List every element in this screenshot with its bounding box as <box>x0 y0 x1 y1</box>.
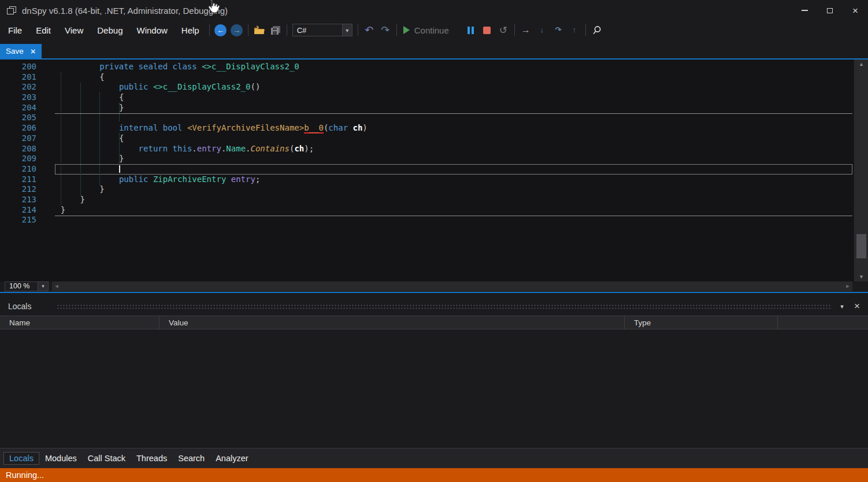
tool-tab-call-stack[interactable]: Call Stack <box>83 453 131 464</box>
code-editor[interactable]: 200private sealed class <>c__DisplayClas… <box>0 60 868 281</box>
code-line[interactable]: 201{ <box>0 72 854 83</box>
menu-window[interactable]: Window <box>129 23 174 38</box>
undo-button[interactable]: ↶ <box>361 23 377 38</box>
step-into-icon: ↓ <box>540 27 544 33</box>
menu-help[interactable]: Help <box>175 23 206 38</box>
code-line[interactable]: 203{ <box>0 92 854 103</box>
restore-button[interactable] <box>817 0 843 21</box>
locals-column-headers: NameValueType <box>0 316 868 329</box>
restart-button[interactable]: ↺ <box>495 23 511 38</box>
code-line[interactable]: 215 <box>0 215 854 225</box>
menu-toolbar: File Edit View Debug Window Help ← → <box>0 21 868 39</box>
step-over-button[interactable]: ↷ <box>550 23 566 38</box>
toolbar-separator <box>248 24 248 36</box>
toolbar-separator <box>209 24 210 36</box>
panel-close-icon[interactable]: × <box>851 300 863 313</box>
navigate-back-button[interactable]: ← <box>213 23 229 38</box>
close-button[interactable]: × <box>843 0 868 21</box>
code-line[interactable]: 202public <>c__DisplayClass2_0() <box>0 82 854 92</box>
code-line[interactable]: 206internal bool <VerifyArchiveFilesName… <box>0 123 854 134</box>
tool-tab-threads[interactable]: Threads <box>131 453 172 464</box>
scroll-left-icon[interactable]: ◄ <box>52 281 61 291</box>
zoom-level-value: 100 % <box>5 282 38 291</box>
line-number: 212 <box>0 184 41 195</box>
code-line[interactable]: 208return this.entry.Name.Contains(ch); <box>0 144 854 154</box>
language-select[interactable]: C# ▾ <box>292 24 353 36</box>
search-button[interactable] <box>589 23 605 38</box>
tool-window-tabs: LocalsModulesCall StackThreadsSearchAnal… <box>0 448 868 468</box>
toolbar-separator <box>396 24 397 36</box>
save-all-button[interactable] <box>268 23 284 38</box>
redo-button[interactable]: ↷ <box>377 23 394 38</box>
locals-column-header-name[interactable]: Name <box>0 316 159 329</box>
code-line[interactable]: 207{ <box>0 134 854 144</box>
dnspy-logo-icon <box>7 6 16 14</box>
vertical-scrollbar[interactable]: ▲ ▼ <box>854 60 868 281</box>
indent-guide <box>61 72 61 205</box>
indent-guide <box>99 92 100 185</box>
locals-column-header-type[interactable]: Type <box>625 316 778 329</box>
status-text: Running... <box>6 470 44 480</box>
tool-tab-modules[interactable]: Modules <box>40 453 82 464</box>
stop-button[interactable] <box>479 23 495 38</box>
close-icon: × <box>852 6 858 16</box>
toolbar-separator <box>585 24 586 36</box>
toolbar-separator <box>358 24 358 36</box>
indent-guide <box>119 134 120 164</box>
tool-tab-analyzer[interactable]: Analyzer <box>210 453 253 464</box>
navigate-forward-button[interactable]: → <box>229 23 245 38</box>
redo-icon: ↷ <box>381 24 390 36</box>
pause-icon <box>468 27 474 34</box>
code-line[interactable]: 205 <box>0 113 854 123</box>
window-title: dnSpy v6.1.8 (64-bit, .NET, Administrato… <box>22 6 228 16</box>
editor-bottom-bar: 100 % ▾ ◄ ► <box>0 281 868 292</box>
open-folder-icon <box>254 25 265 35</box>
continue-button[interactable]: Continue <box>400 25 452 35</box>
step-into-button[interactable]: ↓ <box>534 23 550 38</box>
code-line[interactable]: 204} <box>0 103 854 113</box>
line-number: 204 <box>0 103 41 113</box>
menu-view[interactable]: View <box>58 23 90 38</box>
tool-tab-locals[interactable]: Locals <box>3 452 39 465</box>
menu-debug[interactable]: Debug <box>90 23 129 38</box>
open-file-button[interactable] <box>251 23 268 38</box>
indent-guide <box>80 83 81 195</box>
show-next-statement-button[interactable]: → <box>518 23 534 38</box>
panel-drag-grip[interactable] <box>57 304 832 309</box>
menu-file[interactable]: File <box>1 23 29 38</box>
locals-column-header-blank[interactable] <box>778 316 868 329</box>
locals-column-header-value[interactable]: Value <box>159 316 625 329</box>
step-out-button[interactable]: ↑ <box>566 23 583 38</box>
pause-button[interactable] <box>463 23 479 38</box>
go-arrow-icon: → <box>521 25 531 35</box>
scroll-down-icon[interactable]: ▼ <box>854 272 868 281</box>
minimize-button[interactable] <box>792 0 817 21</box>
panel-chevron-down-icon[interactable]: ▾ <box>836 300 848 313</box>
line-number: 201 <box>0 72 41 83</box>
locals-table-body[interactable] <box>0 329 868 448</box>
dnspy-window: dnSpy v6.1.8 (64-bit, .NET, Administrato… <box>0 0 868 482</box>
code-line[interactable]: 212} <box>0 184 854 195</box>
menu-edit[interactable]: Edit <box>29 23 58 38</box>
scroll-up-icon[interactable]: ▲ <box>854 60 868 69</box>
line-number: 205 <box>0 113 41 123</box>
line-number: 200 <box>0 62 41 72</box>
zoom-level-select[interactable]: 100 % ▾ <box>5 281 49 291</box>
tab-save[interactable]: Save × <box>0 44 42 58</box>
tab-close-icon[interactable]: × <box>31 47 36 55</box>
line-number: 208 <box>0 144 41 154</box>
tool-tab-search[interactable]: Search <box>173 453 210 464</box>
zoom-chevron-down-icon[interactable]: ▾ <box>38 282 48 291</box>
code-line[interactable]: 209} <box>0 154 854 164</box>
code-line[interactable]: 214} <box>0 205 854 216</box>
horizontal-scrollbar[interactable]: ◄ ► <box>52 281 852 291</box>
scroll-right-icon[interactable]: ► <box>843 281 852 291</box>
line-number: 211 <box>0 175 41 185</box>
code-line[interactable]: 211public ZipArchiveEntry entry; <box>0 175 854 185</box>
code-line[interactable]: 213} <box>0 195 854 205</box>
block-separator-line <box>55 113 852 114</box>
chevron-down-icon[interactable]: ▾ <box>342 24 352 36</box>
line-number: 210 <box>0 164 41 175</box>
vertical-scrollbar-thumb[interactable] <box>856 234 866 258</box>
code-line[interactable]: 200private sealed class <>c__DisplayClas… <box>0 62 854 72</box>
